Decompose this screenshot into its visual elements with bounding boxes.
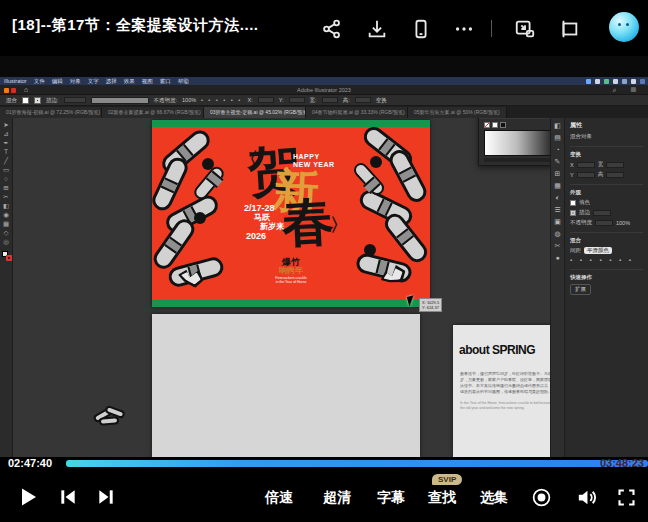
artboard-2[interactable] xyxy=(152,314,420,457)
stroke-input[interactable] xyxy=(64,97,86,103)
menu-item[interactable]: 帮助 xyxy=(178,77,189,85)
menu-item[interactable]: 选择 xyxy=(106,77,117,85)
tool-icon[interactable]: ✂ xyxy=(3,193,8,201)
gradient-preview[interactable] xyxy=(484,130,556,156)
tray-icon xyxy=(604,79,609,84)
play-button[interactable] xyxy=(16,485,40,509)
panel-icon[interactable]: ▤ xyxy=(554,134,561,142)
fill-swatch[interactable] xyxy=(570,200,576,206)
tool-icon[interactable]: T xyxy=(4,148,8,156)
slogan-english: Firecrackers cracklein the Year of Horse xyxy=(152,277,430,284)
menu-item[interactable]: 窗口 xyxy=(160,77,171,85)
menu-item[interactable]: 效果 xyxy=(124,77,135,85)
transform-label[interactable]: 变换 xyxy=(376,97,387,104)
tool-icon[interactable]: ○ xyxy=(4,175,8,183)
tool-icon[interactable]: ▦ xyxy=(3,220,9,228)
panel-icon[interactable]: ✂ xyxy=(555,242,561,250)
tool-icon[interactable]: ◇ xyxy=(4,229,9,237)
tool-icon[interactable]: ⊿ xyxy=(3,130,8,138)
h-input[interactable] xyxy=(355,97,371,103)
fullscreen-button[interactable] xyxy=(616,487,637,508)
properties-header[interactable]: 属性 xyxy=(570,121,643,130)
menu-item[interactable]: Illustrator xyxy=(4,77,27,85)
gradient-none-swatch[interactable] xyxy=(484,122,490,128)
menu-item[interactable]: 视图 xyxy=(142,77,153,85)
share-icon[interactable] xyxy=(321,18,343,40)
w-input[interactable] xyxy=(322,97,338,103)
options-bar: 混合 描边: 不透明度: 100% ▪ ▪ ▪ ▪ ▪ ▪ X: Y: 宽: 高… xyxy=(0,95,648,106)
opacity-value[interactable]: 100% xyxy=(182,97,196,103)
panel-icon[interactable]: ◍ xyxy=(554,230,560,238)
opacity-input[interactable] xyxy=(595,220,613,226)
find-button[interactable]: 查找 xyxy=(428,489,456,507)
search-workspace-icons[interactable]: ⌕ ▦ xyxy=(613,86,642,94)
canvas[interactable]: 画板 1 xyxy=(13,118,563,457)
prop-x-input[interactable] xyxy=(577,162,595,168)
document-tab[interactable]: 03贺春主视觉-定稿.ai @ 45.02% (RGB/预览) xyxy=(204,107,306,118)
panel-icon[interactable]: ☰ xyxy=(554,206,560,214)
y-input[interactable] xyxy=(289,97,305,103)
fill-swatch[interactable] xyxy=(22,97,29,104)
menu-item[interactable]: 编辑 xyxy=(52,77,63,85)
align-buttons[interactable]: ▪ ▪ ▪ ▪ ▪ ▪ ▪ xyxy=(570,257,643,263)
menu-item[interactable]: 对象 xyxy=(70,77,81,85)
tool-icon[interactable]: ⊞ xyxy=(3,184,8,192)
prop-w-input[interactable] xyxy=(606,162,624,168)
tool-icon[interactable]: ◉ xyxy=(3,211,9,219)
menu-item[interactable]: 文件 xyxy=(34,77,45,85)
gradient-white-swatch[interactable] xyxy=(492,122,498,128)
more-icon[interactable] xyxy=(453,18,475,40)
spacing-dropdown[interactable]: 平滑颜色 xyxy=(584,247,612,254)
tool-icon[interactable]: ✒ xyxy=(3,139,8,147)
video-frame[interactable]: Illustrator文件编辑对象文字选择效果视图窗口帮助 ⌂ Adobe Il… xyxy=(0,56,648,457)
x-input[interactable] xyxy=(258,97,274,103)
quality-button[interactable]: 超清 xyxy=(323,489,351,507)
document-tab[interactable]: 02新春全案提案.ai @ 66.67% (RGB/预览) xyxy=(102,107,204,118)
pip-icon[interactable] xyxy=(514,18,536,40)
gradient-slider[interactable] xyxy=(484,158,556,162)
stroke-swatch[interactable] xyxy=(34,97,41,104)
tool-icon[interactable]: ◧ xyxy=(3,202,9,210)
document-tab[interactable]: 04春节物料延展.ai @ 33.33% (RGB/预览) xyxy=(306,107,408,118)
expand-button[interactable]: 扩展 xyxy=(570,284,591,295)
panel-icon[interactable]: ◔ xyxy=(555,146,559,154)
previous-episode-button[interactable] xyxy=(58,487,78,507)
stroke-swatch[interactable] xyxy=(570,210,576,216)
panel-icon[interactable]: ⊞ xyxy=(555,170,561,178)
download-icon[interactable] xyxy=(366,18,388,40)
about-spring-artboard[interactable]: about SPRING 新春佳节，爆竹声声辞旧岁，张灯结彩迎新年。马跃新岁，万… xyxy=(453,325,563,457)
panel-icon[interactable]: ✎ xyxy=(555,158,561,166)
align-buttons[interactable]: ▪ ▪ ▪ ▪ ▪ ▪ xyxy=(201,97,242,103)
poster-artboard[interactable]: 〈 贺 新 春 〉 HAPPYNEW YEAR 2/17-28 马跃 新岁来 2… xyxy=(152,120,430,307)
gradient-black-swatch[interactable] xyxy=(500,122,506,128)
theater-mode-icon[interactable] xyxy=(558,18,580,40)
fill-stroke-indicator[interactable] xyxy=(2,251,11,260)
next-episode-button[interactable] xyxy=(96,487,116,507)
menu-item[interactable]: 文字 xyxy=(88,77,99,85)
avatar[interactable] xyxy=(609,12,639,42)
panel-icon[interactable]: ▦ xyxy=(554,182,561,190)
tool-icon[interactable]: ▭ xyxy=(3,166,9,174)
tool-icon[interactable]: ◎ xyxy=(3,238,9,246)
volume-icon[interactable] xyxy=(575,486,598,509)
speed-button[interactable]: 倍速 xyxy=(265,489,293,507)
variable-width-input[interactable] xyxy=(91,97,149,104)
episodes-button[interactable]: 选集 xyxy=(480,489,508,507)
document-tab[interactable]: 05新年包装方案.ai @ 50% (RGB/预览) xyxy=(408,107,507,118)
stroke-input[interactable] xyxy=(593,210,611,216)
tool-icon[interactable]: ➤ xyxy=(3,121,8,129)
panel-icon[interactable]: ◧ xyxy=(554,122,561,130)
panel-icon[interactable]: ● xyxy=(555,254,559,262)
subtitle-button[interactable]: 字幕 xyxy=(377,489,405,507)
document-tab[interactable]: 01贺春海报-初稿.ai @ 72.25% (RGB/预览) xyxy=(0,107,102,118)
phone-icon[interactable] xyxy=(410,18,432,40)
tray-icon xyxy=(640,79,645,84)
progress-bar[interactable] xyxy=(66,460,648,467)
tool-icon[interactable]: ╱ xyxy=(4,157,8,165)
panel-icon[interactable]: ◐ xyxy=(555,194,559,202)
record-icon[interactable] xyxy=(531,487,552,508)
prop-h-input[interactable] xyxy=(606,172,624,178)
panel-icon[interactable]: ▣ xyxy=(554,218,561,226)
video-title: [18]--第17节：全案提案设计方法.... xyxy=(12,16,259,35)
prop-y-input[interactable] xyxy=(577,172,595,178)
